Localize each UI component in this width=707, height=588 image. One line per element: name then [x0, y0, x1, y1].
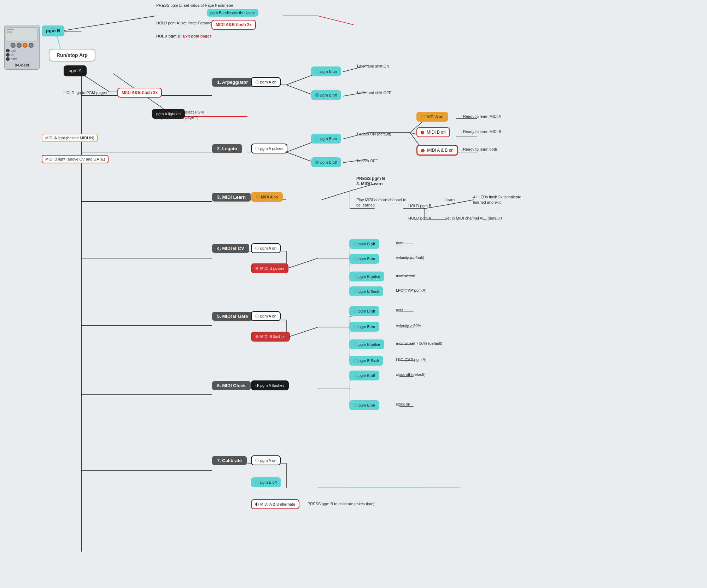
- clock-off-label: clock off (default): [396, 372, 426, 377]
- pgm-b-on-vel-s5: pgm B on: [349, 322, 379, 332]
- pgm-b-on-velocity-s4: pgm B on: [349, 254, 379, 264]
- led-pgma-pulses: [255, 147, 259, 150]
- section-3-midi-learn: 3. MIDI Learn: [212, 193, 251, 202]
- pgm-b-off-s7: pgm B off: [251, 477, 281, 487]
- section-1-arpeggiator: 1. Arpeggiator: [212, 78, 253, 87]
- led-pgmb-off-s7: [255, 481, 259, 484]
- led-pgmb-pulse-s5: [354, 343, 357, 346]
- pgm-b-pulse-mod-s4: pgm B pulse: [349, 272, 384, 281]
- knob-2: [17, 43, 22, 48]
- hold-pgm-b-exit-label: HOLD pgm B: Exit pgm pages: [156, 34, 211, 39]
- led-pgmb-off-s1: [315, 93, 319, 97]
- led-pgmb-pulse-s4: [354, 275, 357, 278]
- pgm-b-off-s2: pgm B off: [311, 157, 341, 167]
- section-4-midi-b-cv: 4. MIDI B CV: [212, 244, 249, 253]
- synth-title: 0-Coast: [6, 63, 38, 67]
- jack-3: [6, 57, 10, 61]
- led-pgmb-off-clock-s6: [354, 374, 357, 377]
- led-white-s1: [255, 80, 259, 84]
- led-half-s7: [255, 502, 259, 506]
- pgm-b-flash-lfo-s4: pgm B flash: [349, 286, 383, 296]
- led-midi-b-flashes: [255, 335, 259, 338]
- midi-a-b-on-learn: MIDI A & B on: [416, 145, 458, 156]
- latch-shift-on: Latch and shift ON: [357, 64, 389, 69]
- led-orange-s3: [256, 195, 259, 199]
- pgm-a-on-s7: pgm A on: [251, 455, 281, 465]
- ready-learn-b-label: Ready to learn MIDI B: [463, 129, 501, 134]
- led-orange-learn-a: [421, 115, 425, 118]
- latch-shift-off: Latch and shift OFF: [357, 90, 391, 95]
- set-midi-channel-all-label: Set to MIDI channel ALL (default): [445, 216, 502, 221]
- velocity-label-s4: velocity (default): [396, 255, 424, 260]
- velocity-label-s5: velocity > 50%: [396, 323, 421, 328]
- pgm-b-off-note-s5: pgm B off: [349, 306, 379, 316]
- midi-a-b-alternate-s7: MIDI A & B alternate: [251, 499, 299, 509]
- led-pgmb-vel-s5: [354, 325, 357, 328]
- led-red-midi-b-on: [421, 131, 424, 134]
- knob-orange: [23, 43, 28, 48]
- midi-ab-flash-2x-left: MIDI A&B flash 2x: [117, 88, 162, 98]
- led-pgmb-off-note-s5: [354, 309, 357, 313]
- pgm-b-on-note-s4: pgm B off: [349, 239, 379, 249]
- svg-line-25: [286, 141, 315, 152]
- press-pgm-b-learn: PRESS pgm B: [356, 176, 385, 182]
- mod-wheel-label-s5: mod wheel > 50% (default): [396, 341, 442, 346]
- legato-on: Legato ON (default): [357, 132, 391, 136]
- midi-a-on-s3: MIDI A on: [251, 192, 283, 202]
- mod-wheel-label-s4: mod wheel: [396, 273, 415, 278]
- led-pgmb-off-s2: [315, 161, 319, 164]
- svg-line-48: [286, 258, 318, 269]
- pgm-b-off-clock-s6: pgm B off: [349, 371, 379, 380]
- pgm-b-on-s1: pgm B on: [311, 66, 341, 76]
- svg-line-37: [322, 191, 350, 200]
- pgm-b-flash-lfo-s5: pgm B flash: [349, 356, 383, 366]
- jack-2: [6, 53, 10, 57]
- pgm-a-node: pgm A: [64, 65, 87, 76]
- hold-pgm-a-set-label: HOLD pgm A: [408, 216, 431, 221]
- svg-line-61: [286, 327, 318, 338]
- jack-1: [6, 49, 10, 52]
- svg-line-86: [318, 16, 354, 25]
- midi-learn-label: 3. MIDI Learn: [356, 181, 383, 187]
- led-pgmb-velocity-s4: [354, 257, 357, 261]
- synth-jacks: MIDI CV GATE: [6, 49, 38, 61]
- led-white-s7: [255, 459, 259, 462]
- section-2-legato: 2. Legato: [212, 144, 242, 153]
- pgm-b-on-clock-s6: pgm B on: [349, 400, 379, 410]
- hold-pgm-b-learn-label: HOLD pgm B: [408, 203, 431, 208]
- section-5-midi-b-gate: 5. MIDI B Gate: [212, 312, 253, 321]
- led-pgmb-on-s2: [315, 137, 319, 140]
- pgm-a-on-s1: pgm A on: [251, 77, 281, 87]
- ready-learn-a-label: Ready to learn MIDI A: [463, 114, 501, 119]
- pgm-b-indicates: pgm B indicates the value: [207, 9, 258, 17]
- led-pgmb-on-clock-s6: [354, 403, 357, 407]
- svg-line-20: [286, 74, 315, 85]
- synth-screen: PGM B: [6, 27, 38, 41]
- pgm-b-node: pgm B: [42, 25, 64, 36]
- pgm-b-off-s1: pgm B off: [311, 90, 341, 100]
- midi-ab-flash-2x-top: MIDI A&B flash 2x: [211, 20, 256, 30]
- svg-line-8: [81, 74, 110, 92]
- lfo-label-s4: LFO (TAP pgm A): [396, 288, 426, 293]
- ready-learn-both-label: Ready to learn both: [463, 147, 497, 152]
- svg-line-21: [286, 85, 315, 95]
- run-stop-arp-box: Run/stop Arp: [49, 49, 95, 62]
- pgm-b-on-s2: pgm B on: [311, 134, 341, 144]
- midi-b-flashes-node: MIDI B flashes: [251, 332, 290, 342]
- led-white-s5: [255, 314, 259, 318]
- pgm-a-flashes-s6: pgm A flashes: [251, 380, 289, 390]
- knob-1: [11, 43, 16, 48]
- all-leds-flash-label: All LEDs flash 2x to indicate learned an…: [473, 194, 530, 205]
- midi-a-light-label: MIDI A light (beside MIDI IN): [42, 134, 98, 142]
- led-pgmb-flash-s5: [354, 359, 357, 362]
- press-pgm-a-select-label: PRESS pgm A: select PGM page (exits afte…: [156, 110, 209, 121]
- pgm-b-pulse-mod-s5: pgm B pulse: [349, 339, 384, 349]
- section-7-calibrate: 7. Calibrate: [212, 456, 247, 465]
- ready-learn-midi-a: MIDI A on: [416, 112, 448, 122]
- play-midi-data-label: Play MIDI data on channel to be learned: [356, 197, 409, 208]
- led-red-midi-ab-on: [421, 149, 425, 152]
- led-white-s4: [255, 246, 259, 250]
- svg-line-87: [56, 16, 156, 32]
- led-pgmb-note-s4: [354, 242, 357, 246]
- led-pgmb-flash-s4: [354, 290, 357, 293]
